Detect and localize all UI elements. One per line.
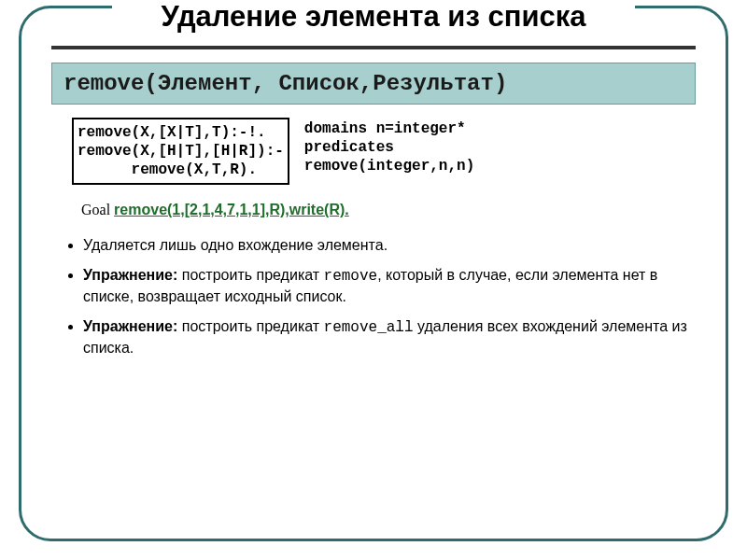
list-item: Удаляется лишь одно вхождение элемента. bbox=[83, 235, 690, 256]
bullet-text: построить предикат bbox=[177, 267, 323, 283]
bullet-mono: remove_all bbox=[324, 319, 414, 336]
title-divider bbox=[51, 46, 696, 49]
bullet-bold: Упражнение: bbox=[83, 318, 177, 334]
slide-title: Удаление элемента из списка bbox=[112, 1, 635, 33]
remove-definition-code: remove(X,[X|T],T):-!. remove(X,[H|T],[H|… bbox=[72, 118, 289, 185]
predicate-signature: remove(Элемент, Список,Результат) bbox=[51, 63, 696, 105]
bullet-text: Удаляется лишь одно вхождение элемента. bbox=[83, 237, 388, 253]
bullet-mono: remove bbox=[324, 268, 378, 285]
code-row: remove(X,[X|T],T):-!. remove(X,[H|T],[H|… bbox=[72, 118, 690, 185]
bullet-text: построить предикат bbox=[177, 318, 323, 334]
slide-frame: Удаление элемента из списка remove(Элеме… bbox=[19, 6, 728, 541]
goal-line: Goal remove(1,[2,1,4,7,1,1],R),write(R). bbox=[81, 202, 699, 218]
domains-predicates-block: domains n=integer* predicates remove(int… bbox=[304, 118, 474, 175]
bullet-list: Удаляется лишь одно вхождение элемента. … bbox=[83, 235, 690, 358]
list-item: Упражнение: построить предикат remove, к… bbox=[83, 265, 690, 307]
goal-code: remove(1,[2,1,4,7,1,1],R),write(R). bbox=[114, 202, 349, 217]
goal-label: Goal bbox=[81, 202, 114, 217]
list-item: Упражнение: построить предикат remove_al… bbox=[83, 316, 690, 358]
bullet-bold: Упражнение: bbox=[83, 267, 177, 283]
